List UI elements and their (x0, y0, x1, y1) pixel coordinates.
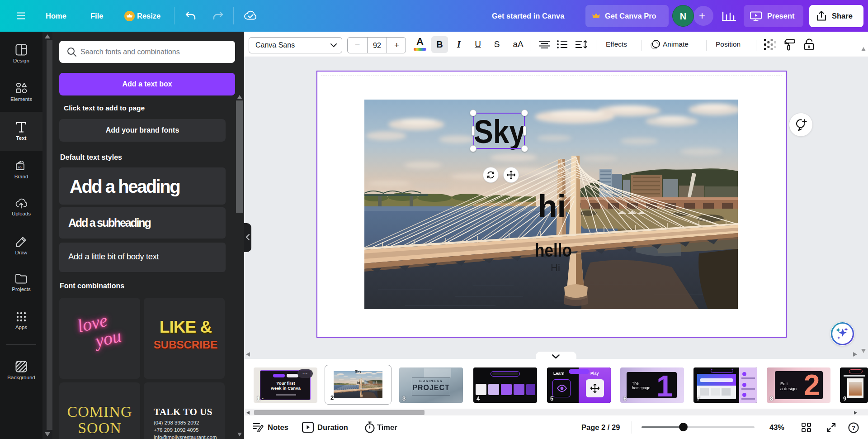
svg-text:co.: co. (18, 166, 22, 169)
svg-text:Hi: Hi (551, 262, 560, 273)
svg-text:hi: hi (538, 188, 566, 224)
svg-text:hello: hello (535, 240, 572, 260)
svg-text:?: ? (852, 425, 855, 431)
